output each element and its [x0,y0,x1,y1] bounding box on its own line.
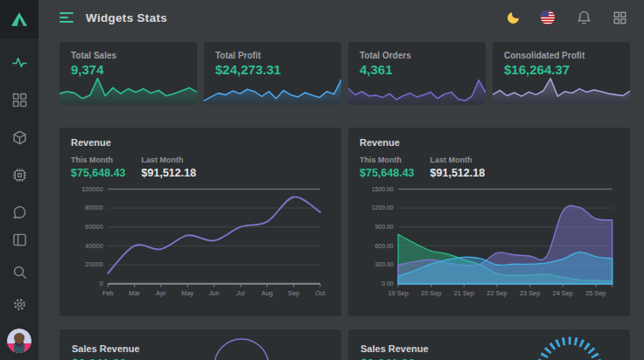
sidebar-item-chat[interactable] [11,204,27,220]
moon-icon [508,12,519,24]
circle-gauge-chart [206,329,276,360]
svg-text:40000: 40000 [85,242,102,250]
sales-revenue-card-1: Sales Revenue $9,641.26 [60,329,341,360]
cpu-icon [12,168,27,183]
svg-text:22 Sep: 22 Sep [486,289,507,297]
this-month-value: $75,648.43 [71,167,126,179]
content: Total Sales 9,374 Total Profit $24,273.3… [38,35,644,360]
notifications-button[interactable] [577,10,592,25]
last-month-label: Last Month [430,156,486,164]
svg-text:1500.00: 1500.00 [372,186,394,192]
svg-text:Jul: Jul [236,289,245,297]
svg-text:25 Sep: 25 Sep [585,289,606,297]
svg-text:60000: 60000 [85,223,102,231]
hamburger-icon [60,12,74,14]
main-area: Widgets Stats Total Sales 9,374 [38,0,644,360]
sidebar-item-packages[interactable] [11,129,27,145]
svg-text:Feb: Feb [102,289,114,297]
svg-text:0.00: 0.00 [382,280,394,287]
svg-text:Oct: Oct [315,289,325,297]
last-month-label: Last Month [142,156,197,164]
sidebar-item-search[interactable] [11,264,27,280]
apps-button[interactable] [613,11,626,24]
chat-bubble-icon [12,205,27,220]
revenue-line-panel: Revenue This Month $75,648.43 Last Month… [60,128,341,316]
svg-text:Sep: Sep [288,289,299,297]
sidebar-item-system[interactable] [11,167,27,183]
card-title: Sales Revenue [72,343,329,354]
stat-card-total-profit[interactable]: Total Profit $24,273.31 [204,42,341,105]
sidebar-item-layout[interactable] [11,232,27,247]
sidebar-item-activity[interactable] [11,54,27,70]
last-month-value: $91,512.18 [142,167,197,179]
revenue-area-chart[interactable]: 0.00300.00600.00900.001200.001500.0019 S… [360,181,619,305]
topbar: Widgets Stats [38,0,644,35]
sidebar-item-widgets[interactable] [11,92,27,107]
search-icon [12,265,27,280]
svg-text:May: May [181,289,193,297]
topbar-actions [508,10,626,25]
stat-card-total-orders[interactable]: Total Orders 4,361 [348,42,486,105]
stat-label: Total Orders [360,51,411,60]
sparkline-chart [204,73,341,105]
svg-text:20 Sep: 20 Sep [421,289,441,297]
last-month-value: $91,512.18 [430,167,486,179]
svg-text:19 Sep: 19 Sep [388,289,408,297]
bottom-row: Sales Revenue $9,641.26 Sales Revenue $9… [60,329,630,360]
svg-text:Jun: Jun [209,289,220,297]
stat-label: Consolidated Profit [504,51,584,60]
stat-card-consolidated-profit[interactable]: Consolidated Profit $16,264.37 [493,42,630,105]
grid-icon [12,93,27,107]
charts-row: Revenue This Month $75,648.43 Last Month… [60,128,630,316]
svg-text:Mar: Mar [129,289,140,297]
menu-toggle-button[interactable] [60,12,74,23]
stat-label: Total Profit [215,51,261,60]
svg-text:Aug: Aug [262,289,273,297]
revenue-summary: This Month $75,648.43 Last Month $91,512… [71,156,330,179]
svg-text:Apr: Apr [156,289,166,297]
this-month-label: This Month [360,156,415,164]
us-flag-icon [541,10,555,24]
theme-toggle-button[interactable] [508,12,519,24]
stat-label: Total Sales [71,51,116,60]
sidebar-nav-bottom [7,232,32,360]
sidebar-item-settings[interactable] [11,296,27,312]
gear-icon [12,297,27,312]
user-avatar[interactable] [7,329,32,353]
revenue-summary: This Month $75,648.43 Last Month $91,512… [360,156,619,179]
panel-title: Revenue [71,137,330,148]
stat-card-total-sales[interactable]: Total Sales 9,374 [60,42,197,105]
svg-text:80000: 80000 [85,204,102,211]
svg-text:1200.00: 1200.00 [372,204,394,211]
panel-title: Revenue [360,137,619,148]
svg-text:600.00: 600.00 [375,243,394,249]
revenue-line-chart[interactable]: 020000400006000080000100000FebMarAprMayJ… [71,181,330,305]
sidebar-nav-top [11,54,27,220]
app-logo[interactable] [0,0,38,38]
language-button[interactable] [541,10,555,24]
svg-text:24 Sep: 24 Sep [553,289,573,297]
this-month-value: $75,648.43 [360,167,415,179]
triangle-logo-icon [10,11,28,27]
svg-text:900.00: 900.00 [375,224,394,230]
revenue-area-panel: Revenue This Month $75,648.43 Last Month… [348,128,630,316]
svg-text:100000: 100000 [81,185,103,193]
apps-grid-icon [613,11,626,24]
svg-text:23 Sep: 23 Sep [520,289,540,297]
activity-icon [12,55,27,70]
sales-revenue-card-2: Sales Revenue $9,641.26 [348,329,630,360]
avatar-image [7,329,32,353]
svg-text:300.00: 300.00 [375,261,394,267]
sparkline-chart [348,73,486,105]
tick-ring-gauge-chart [530,329,609,360]
svg-text:20000: 20000 [85,260,102,268]
svg-text:21 Sep: 21 Sep [454,289,474,297]
stats-row: Total Sales 9,374 Total Profit $24,273.3… [60,42,630,105]
box-icon [12,130,27,145]
bell-icon [577,10,592,25]
card-value: $9,641.26 [72,357,329,360]
page-title: Widgets Stats [86,11,167,24]
app-root: Widgets Stats Total Sales 9,374 [0,0,644,360]
sidebar [0,0,38,360]
layout-panel-icon [12,232,27,247]
